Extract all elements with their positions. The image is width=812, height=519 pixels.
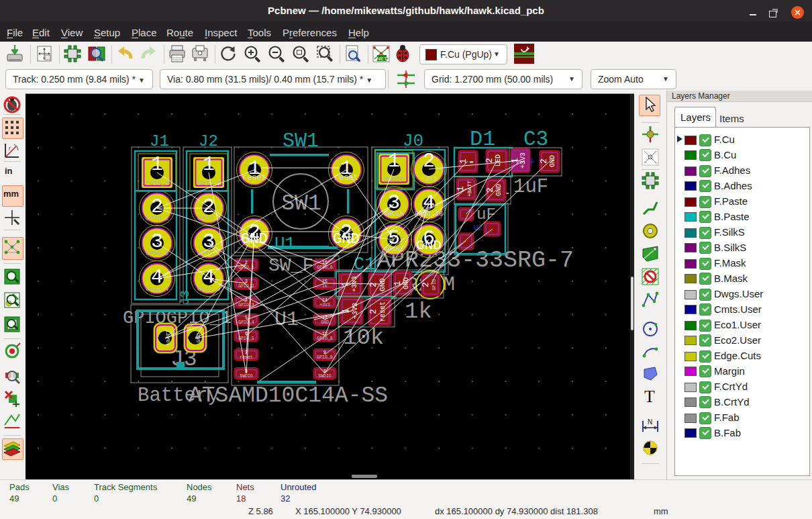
svg-text:reset: reset	[242, 173, 266, 183]
svg-text:GPIO_5: GPIO_5	[238, 336, 254, 341]
svg-text:GPIO_4: GPIO_4	[146, 285, 169, 293]
svg-text:LED: LED	[495, 154, 502, 167]
svg-text:2: 2	[368, 309, 378, 314]
svg-text:1k: 1k	[405, 299, 432, 324]
svg-text:U1: U1	[274, 308, 299, 331]
svg-text:N: N	[648, 418, 652, 426]
svg-text:SWDIO: SWDIO	[318, 374, 332, 379]
svg-text:1k: 1k	[322, 284, 327, 289]
svg-text:J0: J0	[403, 131, 423, 151]
svg-text:SWDIO: SWDIO	[240, 374, 253, 379]
svg-text:▮: ▮	[468, 160, 474, 164]
svg-text:J1: J1	[150, 132, 169, 150]
svg-text:U1: U1	[274, 234, 295, 254]
svg-text:2: 2	[187, 336, 195, 340]
svg-text:+3V3: +3V3	[519, 152, 527, 169]
svg-text:r: r	[9, 145, 11, 152]
svg-text:GPIO_5: GPIO_5	[197, 180, 221, 187]
svg-text:NET: NET	[376, 56, 387, 62]
svg-text:GPIO_2: GPIO_2	[146, 215, 169, 222]
svg-text:1: 1	[156, 335, 164, 340]
svg-text:GPIO: GPIO	[432, 279, 437, 291]
svg-text:GPIO_2: GPIO_2	[238, 284, 254, 289]
svg-text:1: 1	[458, 158, 468, 164]
svg-text:SWDIO: SWDIO	[385, 176, 404, 183]
svg-text:GND: GND	[549, 155, 556, 167]
svg-text:reset: reset	[240, 355, 253, 360]
svg-text:GPIO_1: GPIO_1	[146, 180, 169, 187]
svg-text:+3V3: +3V3	[421, 175, 437, 183]
svg-text:J2: J2	[199, 132, 218, 150]
svg-text:GPIO_4: GPIO_4	[238, 320, 254, 325]
svg-text:GND: GND	[495, 184, 503, 196]
svg-text:2: 2	[421, 282, 431, 287]
svg-text:ATSAMD10C14A-SS: ATSAMD10C14A-SS	[189, 383, 388, 408]
svg-text:J3: J3	[178, 290, 193, 305]
svg-text:1: 1	[388, 150, 400, 173]
svg-text:1: 1	[203, 153, 215, 176]
svg-text:2: 2	[368, 282, 378, 287]
svg-text:+3V3: +3V3	[319, 303, 330, 308]
svg-text:SW1: SW1	[283, 130, 319, 152]
svg-text:GND: GND	[321, 320, 329, 325]
svg-text:SWCLK: SWCLK	[384, 210, 404, 218]
svg-text:10k: 10k	[343, 325, 384, 350]
svg-text:1: 1	[151, 153, 163, 176]
svg-text:GPIO_3: GPIO_3	[146, 250, 169, 257]
svg-text:U2: U2	[474, 224, 483, 232]
svg-text:GPIO_9: GPIO_9	[317, 355, 333, 360]
svg-text:2: 2	[485, 158, 495, 163]
